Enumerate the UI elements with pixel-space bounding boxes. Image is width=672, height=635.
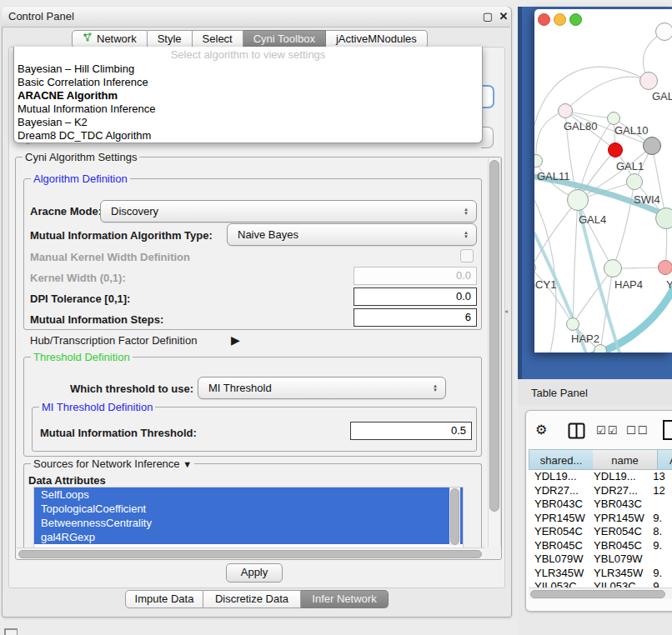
table-row[interactable]: YER054CYER054C8. <box>529 525 672 539</box>
tab-impute-data[interactable]: Impute Data <box>125 590 203 608</box>
network-window[interactable]: GAL GAL80 GAL10 GAL1 GAL11 SWI4 GAL4 GCY… <box>534 9 672 352</box>
cyni-bottom-tabbar: Impute Data Discretize Data Infer Networ… <box>125 590 389 608</box>
node-gal10[interactable] <box>607 112 620 125</box>
attribute-item-gal4rgexp[interactable]: gal4RGexp <box>34 530 463 544</box>
tab-network[interactable]: Network <box>72 30 148 48</box>
table-row[interactable]: YLR345WYLR345W9. <box>529 567 672 581</box>
sources-group-title: Sources for Network Inference ▼ <box>31 458 194 471</box>
table-row[interactable]: YIL053CYIL053C9. <box>529 580 672 588</box>
settings-vertical-scrollbar[interactable] <box>488 158 501 547</box>
tab-infer-network[interactable]: Infer Network <box>301 590 389 608</box>
mi-threshold-field[interactable]: 0.5 <box>350 422 472 440</box>
dropdown-item-basic-correlation[interactable]: Basic Correlation Inference <box>16 76 481 89</box>
algorithm-dropdown-hint: Select algorithm to view settings <box>14 48 482 61</box>
table-row[interactable]: YBR045CYBR045C9. <box>529 539 672 553</box>
attribute-item-topological[interactable]: TopologicalCoefficient <box>34 502 463 516</box>
node-label: GAL1 <box>616 160 644 172</box>
dpi-tolerance-label: DPI Tolerance [0,1]: <box>30 292 130 305</box>
table-function-icon[interactable] <box>662 419 672 443</box>
close-panel-icon[interactable]: ✕ <box>497 10 510 23</box>
kernel-width-label: Kernel Width (0,1): <box>30 272 126 284</box>
node-label: GAL4 <box>579 213 606 226</box>
hub-expand-arrow-icon[interactable]: ▶ <box>231 333 240 347</box>
mi-type-combo[interactable]: Naive Bayes ▲▼ <box>227 223 477 246</box>
obscured-combo-focus-ring <box>481 85 494 108</box>
node-label: GAL80 <box>564 120 597 132</box>
algorithm-dropdown: Select algorithm to view settings Bayesi… <box>13 47 483 143</box>
mi-type-label: Mutual Information Algorithm Type: <box>30 229 213 242</box>
mi-threshold-label: Mutual Information Threshold: <box>40 427 197 439</box>
dpi-tolerance-field[interactable]: 0.0 <box>354 288 477 306</box>
attributes-scrollbar[interactable] <box>449 488 460 546</box>
node-label: SWI4 <box>634 193 660 206</box>
node-swi4[interactable] <box>655 208 672 229</box>
table-row[interactable]: YBL079WYBL079W <box>529 552 672 567</box>
node-unlabeled-gray[interactable] <box>643 137 661 155</box>
combo-arrows-icon: ▲▼ <box>429 384 442 392</box>
node-unlabeled-bottom[interactable] <box>594 344 607 352</box>
node-label: GAL <box>652 90 672 102</box>
node-hap4[interactable] <box>604 259 622 278</box>
kernel-width-field[interactable]: 0.0 <box>354 267 477 285</box>
column-header-partial[interactable]: A <box>657 449 672 470</box>
aracne-mode-combo[interactable]: Discovery ▲▼ <box>100 200 477 222</box>
node-label: HAP2 <box>571 332 599 345</box>
columns-icon[interactable] <box>568 422 585 442</box>
aracne-mode-label: Aracne Mode: <box>30 205 102 218</box>
dropdown-item-aracne[interactable]: ARACNE Algorithm <box>16 89 481 102</box>
table-panel-title: Table Panel <box>531 387 588 399</box>
node-label: GAL10 <box>614 124 648 137</box>
node-y-partial[interactable] <box>658 260 672 275</box>
table-window: ⚙ ☑☑ ☐☐ shared... name A YDL19...YDL19..… <box>525 410 672 612</box>
panel-divider-handle[interactable]: ◂ <box>504 308 508 315</box>
table-row[interactable]: YBR043CYBR043C <box>529 498 672 512</box>
tab-style[interactable]: Style <box>148 30 193 48</box>
node-selected-red[interactable] <box>608 142 623 158</box>
tab-cyni-toolbox[interactable]: Cyni Toolbox <box>243 30 326 48</box>
node-gal4[interactable] <box>567 189 589 211</box>
column-header-shared[interactable]: shared... <box>529 449 593 470</box>
dropdown-item-dream8[interactable]: Dream8 DC_TDC Algorithm <box>16 129 481 142</box>
node-label: GAL11 <box>537 170 570 182</box>
dropdown-item-mutual-info[interactable]: Mutual Information Inference <box>16 102 481 116</box>
control-panel-titlebar[interactable] <box>2 7 510 28</box>
node-hap2[interactable] <box>566 318 579 331</box>
table-row[interactable]: YPR145WYPR145W9. <box>529 512 672 526</box>
dropdown-item-bayesian-hill[interactable]: Bayesian – Hill Climbing <box>16 62 481 76</box>
apply-button[interactable]: Apply <box>226 563 283 582</box>
tab-jactivemnodules[interactable]: jActiveMNodules <box>326 30 428 48</box>
node-label: GCY1 <box>534 278 556 291</box>
tab-discretize-data[interactable]: Discretize Data <box>203 590 301 608</box>
settings-group-title: Cyni Algorithm Settings <box>23 151 139 163</box>
sources-collapse-arrow-icon[interactable]: ▼ <box>183 459 192 469</box>
deselect-all-icon[interactable]: ☐☐ <box>626 424 649 437</box>
node-unlabeled-top[interactable] <box>655 22 672 41</box>
float-panel-icon[interactable]: ▢ <box>481 10 494 23</box>
table-row[interactable]: YDR27...YDR27...12 <box>529 484 672 498</box>
node-gal80[interactable] <box>558 103 573 118</box>
gear-icon[interactable]: ⚙ <box>535 422 547 438</box>
node-gal-partial[interactable] <box>639 72 658 90</box>
corner-panel-icon[interactable] <box>4 628 18 635</box>
settings-horizontal-scrollbar[interactable] <box>17 548 485 559</box>
node-gal1[interactable] <box>626 173 643 190</box>
data-attributes-list: SelfLoops TopologicalCoefficient Between… <box>33 487 464 549</box>
table-row[interactable]: YDL19...YDL19...13 <box>529 470 672 484</box>
tab-select[interactable]: Select <box>193 30 243 48</box>
attribute-item-betweenness[interactable]: BetweennessCentrality <box>34 516 463 530</box>
table-body: YDL19...YDL19...13 YDR27...YDR27...12 YB… <box>529 470 672 588</box>
hub-section-label: Hub/Transcription Factor Definition <box>30 334 197 347</box>
attribute-item-selfloops[interactable]: SelfLoops <box>34 488 463 502</box>
table-horizontal-scrollbar[interactable] <box>529 588 672 599</box>
manual-kernel-checkbox[interactable] <box>460 249 474 262</box>
threshold-definition-title: Threshold Definition <box>31 351 133 363</box>
mi-threshold-group-title: MI Threshold Definition <box>39 401 155 413</box>
which-threshold-combo[interactable]: MI Threshold ▲▼ <box>198 377 446 399</box>
column-header-name[interactable]: name <box>593 449 657 470</box>
control-panel-tabbar: Network Style Select Cyni Toolbox jActiv… <box>72 30 428 48</box>
select-all-icon[interactable]: ☑☑ <box>596 424 619 437</box>
manual-kernel-label: Manual Kernel Width Definition <box>30 251 190 263</box>
mi-steps-field[interactable]: 6 <box>354 308 477 327</box>
mi-steps-label: Mutual Information Steps: <box>30 313 163 326</box>
dropdown-item-bayesian-k2[interactable]: Bayesian – K2 <box>16 116 481 129</box>
